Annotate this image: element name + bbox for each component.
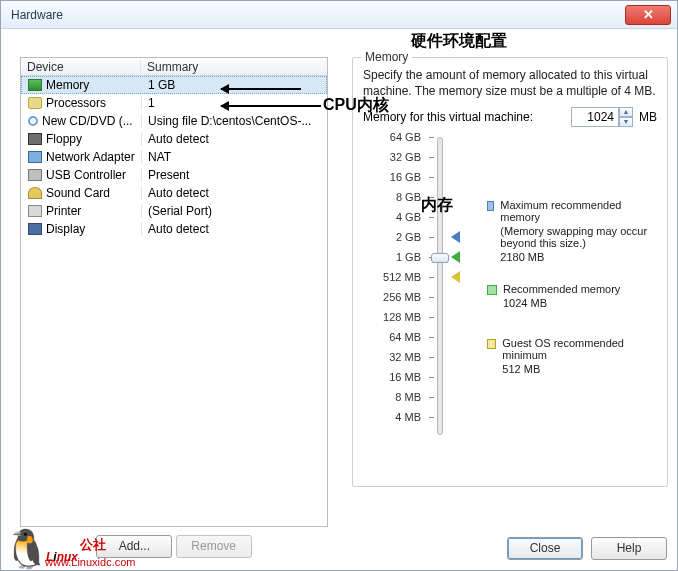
content-area: Device Summary Memory1 GBProcessors1New … [20,47,669,524]
device-icon [28,205,42,217]
annotation-arrow-memory [221,88,301,90]
memory-spinner: ▲ ▼ [571,107,633,127]
device-name: Processors [46,96,106,110]
device-name: Printer [46,204,81,218]
tick-label: 4 GB [369,211,421,223]
device-row-processors[interactable]: Processors1 [21,94,327,112]
tick [429,377,434,378]
device-icon [28,169,42,181]
memory-label: Memory for this virtual machine: [363,110,533,124]
tick [429,357,434,358]
device-icon [28,187,42,199]
slider-thumb[interactable] [431,253,449,263]
tick-label: 128 MB [369,311,421,323]
legend-value: 2180 MB [500,251,657,263]
legend-max: Maximum recommended memory(Memory swappi… [487,199,657,263]
device-summary: Present [142,168,326,182]
marker-max [451,231,460,243]
spin-up-button[interactable]: ▲ [619,107,633,117]
device-icon [28,151,42,163]
col-header-summary[interactable]: Summary [141,60,327,74]
annotation-arrow-cpu [221,105,321,107]
tick [429,237,434,238]
device-icon [28,133,42,145]
memory-input[interactable] [571,107,619,127]
legend-swatch [487,339,496,349]
device-name: Display [46,222,85,236]
tick-label: 32 MB [369,351,421,363]
tick-label: 8 GB [369,191,421,203]
logo-cn: 公社 [80,536,106,554]
hardware-window: Hardware ✕ Device Summary Memory1 GBProc… [0,0,678,571]
memory-unit: MB [639,110,657,124]
device-name: Floppy [46,132,82,146]
logo-url: www.Linuxidc.com [45,556,135,568]
device-name: USB Controller [46,168,126,182]
spin-down-button[interactable]: ▼ [619,117,633,127]
legend-title: Maximum recommended memory [500,199,657,223]
device-row-usb-controller[interactable]: USB ControllerPresent [21,166,327,184]
memory-description: Specify the amount of memory allocated t… [353,58,667,105]
device-name: Memory [46,78,89,92]
device-row-printer[interactable]: Printer(Serial Port) [21,202,327,220]
tick-label: 16 MB [369,371,421,383]
tick-label: 16 GB [369,171,421,183]
tick [429,217,434,218]
device-name: New CD/DVD (... [42,114,133,128]
tick [429,417,434,418]
tick-label: 1 GB [369,251,421,263]
tick [429,337,434,338]
marker-guest-min [451,271,460,283]
tick-label: 32 GB [369,151,421,163]
legend-value: 512 MB [502,363,657,375]
device-row-new-cd-dvd-[interactable]: New CD/DVD (...Using file D:\centos\Cent… [21,112,327,130]
tick-label: 512 MB [369,271,421,283]
device-summary: NAT [142,150,326,164]
legend-note: (Memory swapping may occur beyond this s… [500,225,657,249]
tick-label: 64 GB [369,131,421,143]
device-summary: Auto detect [142,222,326,236]
devices-panel: Device Summary Memory1 GBProcessors1New … [20,57,328,527]
devices-list: Memory1 GBProcessors1New CD/DVD (...Usin… [21,76,327,238]
tick [429,317,434,318]
memory-slider[interactable]: 64 GB32 GB16 GB8 GB4 GB2 GB1 GB512 MB256… [369,135,659,445]
tick-label: 64 MB [369,331,421,343]
device-name: Sound Card [46,186,110,200]
close-button[interactable]: Close [507,537,583,560]
memory-group: Memory Specify the amount of memory allo… [352,57,668,487]
tick [429,277,434,278]
slider-track[interactable] [437,137,443,435]
marker-recommended [451,251,460,263]
tick [429,157,434,158]
device-name: Network Adapter [46,150,135,164]
tick [429,137,434,138]
device-row-sound-card[interactable]: Sound CardAuto detect [21,184,327,202]
tick [429,177,434,178]
legend-swatch [487,201,494,211]
device-summary: 1 [142,96,326,110]
device-summary: Using file D:\centos\CentOS-... [142,114,326,128]
tick-label: 256 MB [369,291,421,303]
device-icon [28,223,42,235]
add-button[interactable]: Add... [96,535,172,558]
device-icon [28,97,42,109]
close-window-button[interactable]: ✕ [625,5,671,25]
col-header-device[interactable]: Device [21,60,141,74]
legend-value: 1024 MB [503,297,620,309]
titlebar: Hardware ✕ [1,1,677,29]
help-button[interactable]: Help [591,537,667,560]
tick-label: 8 MB [369,391,421,403]
device-icon [28,79,42,91]
tick-label: 2 GB [369,231,421,243]
device-row-network-adapter[interactable]: Network AdapterNAT [21,148,327,166]
tick-label: 4 MB [369,411,421,423]
tick [429,197,434,198]
device-row-display[interactable]: DisplayAuto detect [21,220,327,238]
device-row-floppy[interactable]: FloppyAuto detect [21,130,327,148]
remove-button: Remove [176,535,252,558]
window-title: Hardware [7,8,63,22]
legend-title: Guest OS recommended minimum [502,337,657,361]
device-row-memory[interactable]: Memory1 GB [21,76,327,94]
legend-guest-min: Guest OS recommended minimum512 MB [487,337,657,375]
device-summary: Auto detect [142,132,326,146]
